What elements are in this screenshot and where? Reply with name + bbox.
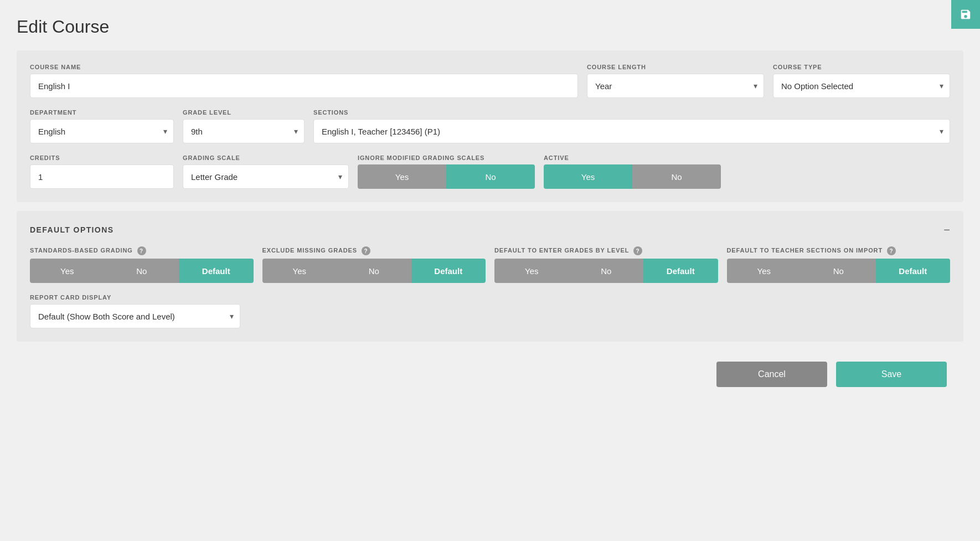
standards-default-button[interactable]: Default — [179, 259, 254, 283]
standards-no-button[interactable]: No — [105, 259, 179, 283]
report-card-label: REPORT CARD DISPLAY — [30, 294, 240, 301]
course-length-select[interactable]: Year Semester Quarter Trimester — [587, 74, 764, 98]
ignore-modified-toggle: Yes No — [358, 164, 535, 189]
department-group: DEPARTMENT English Math Science History … — [30, 109, 174, 143]
active-toggle: Yes No — [544, 164, 721, 189]
enter-grades-help-icon[interactable]: ? — [633, 246, 642, 255]
enter-grades-label: DEFAULT TO ENTER GRADES BY LEVEL ? — [494, 246, 718, 255]
department-wrapper: English Math Science History ▾ — [30, 119, 174, 143]
collapse-button[interactable]: − — [943, 224, 950, 235]
standards-grading-toggle: Yes No Default — [30, 259, 254, 283]
grading-scale-wrapper: Letter Grade Pass/Fail Percentage ▾ — [183, 164, 349, 189]
teacher-sections-yes-button[interactable]: Yes — [727, 259, 802, 283]
default-options-title: DEFAULT OPTIONS — [30, 225, 114, 234]
department-label: DEPARTMENT — [30, 109, 174, 116]
credits-label: CREDITS — [30, 154, 174, 161]
credits-input[interactable] — [30, 164, 174, 189]
enter-grades-group: DEFAULT TO ENTER GRADES BY LEVEL ? Yes N… — [494, 246, 718, 283]
standards-grading-group: STANDARDS-BASED GRADING ? Yes No Default — [30, 246, 254, 283]
course-name-input[interactable] — [30, 74, 578, 98]
exclude-no-button[interactable]: No — [337, 259, 411, 283]
grade-level-select[interactable]: 9th 10th 11th 12th — [183, 119, 305, 143]
report-card-select[interactable]: Default (Show Both Score and Level) Scor… — [30, 304, 240, 328]
sections-label: SECTIONS — [313, 109, 950, 116]
teacher-sections-toggle: Yes No Default — [727, 259, 951, 283]
exclude-missing-help-icon[interactable]: ? — [362, 246, 370, 255]
standards-grading-label: STANDARDS-BASED GRADING ? — [30, 246, 254, 255]
ignore-modified-label: IGNORE MODIFIED GRADING SCALES — [358, 154, 535, 161]
course-length-wrapper: Year Semester Quarter Trimester ▾ — [587, 74, 764, 98]
teacher-sections-label: DEFAULT TO TEACHER SECTIONS ON IMPORT ? — [727, 246, 951, 255]
course-type-select[interactable]: No Option Selected — [773, 74, 950, 98]
teacher-sections-group: DEFAULT TO TEACHER SECTIONS ON IMPORT ? … — [727, 246, 951, 283]
report-card-group: REPORT CARD DISPLAY Default (Show Both S… — [30, 294, 240, 328]
default-options-section: DEFAULT OPTIONS − STANDARDS-BASED GRADIN… — [17, 211, 963, 342]
active-yes-button[interactable]: Yes — [544, 164, 632, 189]
enter-grades-toggle: Yes No Default — [494, 259, 718, 283]
enter-grades-default-button[interactable]: Default — [643, 259, 718, 283]
default-toggles-row: STANDARDS-BASED GRADING ? Yes No Default… — [30, 246, 950, 283]
save-button[interactable]: Save — [836, 362, 947, 387]
sections-wrapper: English I, Teacher [123456] (P1) ▾ — [313, 119, 950, 143]
course-name-group: COURSE NAME — [30, 64, 578, 98]
standards-yes-button[interactable]: Yes — [30, 259, 105, 283]
course-length-label: COURSE LENGTH — [587, 64, 764, 70]
exclude-missing-toggle: Yes No Default — [262, 259, 486, 283]
grade-level-wrapper: 9th 10th 11th 12th ▾ — [183, 119, 305, 143]
ignore-modified-yes-button[interactable]: Yes — [358, 164, 446, 189]
teacher-sections-help-icon[interactable]: ? — [887, 246, 896, 255]
course-type-group: COURSE TYPE No Option Selected ▾ — [773, 64, 950, 98]
sections-select[interactable]: English I, Teacher [123456] (P1) — [313, 119, 950, 143]
ignore-modified-group: IGNORE MODIFIED GRADING SCALES Yes No — [358, 154, 535, 189]
top-save-button[interactable] — [951, 0, 980, 29]
credits-group: CREDITS — [30, 154, 174, 189]
exclude-missing-group: EXCLUDE MISSING GRADES ? Yes No Default — [262, 246, 486, 283]
course-type-wrapper: No Option Selected ▾ — [773, 74, 950, 98]
grade-level-group: GRADE LEVEL 9th 10th 11th 12th ▾ — [183, 109, 305, 143]
grading-scale-group: GRADING SCALE Letter Grade Pass/Fail Per… — [183, 154, 349, 189]
cancel-button[interactable]: Cancel — [716, 362, 827, 387]
enter-grades-yes-button[interactable]: Yes — [494, 259, 569, 283]
row-1: COURSE NAME COURSE LENGTH Year Semester … — [30, 64, 950, 98]
grade-level-label: GRADE LEVEL — [183, 109, 305, 116]
exclude-default-button[interactable]: Default — [411, 259, 486, 283]
save-icon — [960, 8, 972, 20]
course-type-label: COURSE TYPE — [773, 64, 950, 70]
page-title: Edit Course — [17, 17, 963, 37]
active-label: ACTIVE — [544, 154, 721, 161]
bottom-actions: Cancel Save — [17, 351, 963, 398]
grading-scale-select[interactable]: Letter Grade Pass/Fail Percentage — [183, 164, 349, 189]
default-options-header: DEFAULT OPTIONS − — [30, 224, 950, 235]
sections-group: SECTIONS English I, Teacher [123456] (P1… — [313, 109, 950, 143]
department-select[interactable]: English Math Science History — [30, 119, 174, 143]
standards-grading-help-icon[interactable]: ? — [137, 246, 146, 255]
ignore-modified-no-button[interactable]: No — [446, 164, 535, 189]
row-2: DEPARTMENT English Math Science History … — [30, 109, 950, 143]
active-no-button[interactable]: No — [632, 164, 721, 189]
report-card-wrapper: Default (Show Both Score and Level) Scor… — [30, 304, 240, 328]
active-group: ACTIVE Yes No — [544, 154, 721, 189]
teacher-sections-default-button[interactable]: Default — [876, 259, 951, 283]
enter-grades-no-button[interactable]: No — [569, 259, 644, 283]
exclude-yes-button[interactable]: Yes — [262, 259, 337, 283]
course-info-section: COURSE NAME COURSE LENGTH Year Semester … — [17, 50, 963, 202]
exclude-missing-label: EXCLUDE MISSING GRADES ? — [262, 246, 486, 255]
row-3: CREDITS GRADING SCALE Letter Grade Pass/… — [30, 154, 950, 189]
course-name-label: COURSE NAME — [30, 64, 578, 70]
course-length-group: COURSE LENGTH Year Semester Quarter Trim… — [587, 64, 764, 98]
teacher-sections-no-button[interactable]: No — [801, 259, 876, 283]
grading-scale-label: GRADING SCALE — [183, 154, 349, 161]
